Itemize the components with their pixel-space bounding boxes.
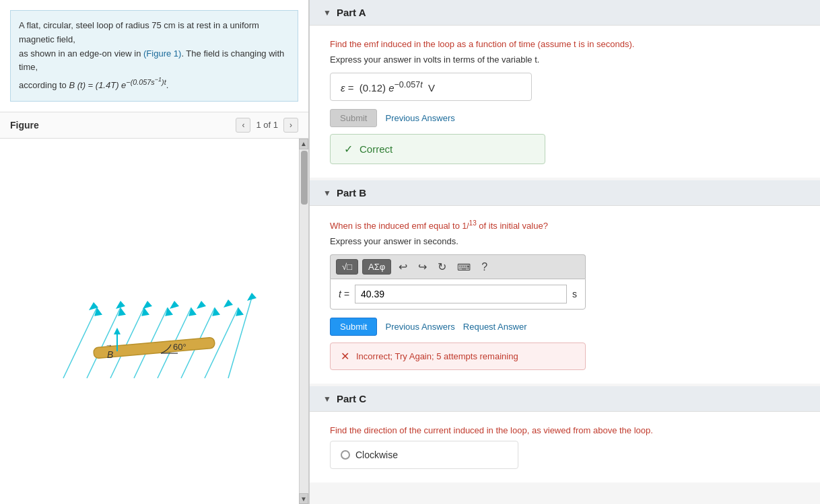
svg-marker-17 [170, 301, 179, 309]
incorrect-text: Incorrect; Try Again; 5 attempts remaini… [356, 351, 518, 361]
part-b-input[interactable] [355, 285, 567, 303]
figure-nav: ‹ 1 of 1 › [236, 118, 298, 133]
part-c-question: Find the direction of the current induce… [330, 425, 800, 435]
toolbar-keyboard-button[interactable]: ⌨ [454, 260, 474, 274]
problem-text-1: A flat, circular, steel loop of radius 7… [19, 20, 259, 44]
part-b-incorrect-banner: ✕ Incorrect; Try Again; 5 attempts remai… [330, 343, 586, 370]
problem-description: A flat, circular, steel loop of radius 7… [10, 10, 298, 102]
part-a-question: Find the emf induced in the loop as a fu… [330, 39, 800, 49]
figure-canvas: ▲ [0, 139, 308, 504]
correct-check-icon: ✓ [344, 143, 353, 155]
svg-text:B: B [107, 349, 113, 360]
part-b-section: ▼ Part B When is the induced emf equal t… [310, 180, 820, 384]
figure-header: Figure ‹ 1 of 1 › [0, 112, 308, 139]
part-a-answer-formula: ε = (0.12) e−0.057t V [341, 80, 435, 94]
part-b-toolbar: √□ ΑΣφ ↩ ↪ ↻ ⌨ ? [330, 254, 586, 279]
toolbar-greek-icon: ΑΣφ [368, 262, 385, 272]
part-c-clockwise-option[interactable]: Clockwise [330, 441, 518, 469]
right-panel: ▼ Part A Find the emf induced in the loo… [310, 0, 820, 504]
part-a-prev-answers-link[interactable]: Previous Answers [385, 113, 454, 123]
part-a-content: Find the emf induced in the loop as a fu… [310, 26, 820, 178]
toolbar-sqrt-button[interactable]: √□ [336, 259, 358, 275]
clockwise-label: Clockwise [355, 449, 398, 460]
part-b-content: When is the induced emf equal to 1/13 of… [310, 206, 820, 384]
part-b-prev-answers-link[interactable]: Previous Answers [385, 322, 454, 332]
part-b-express: Express your answer in seconds. [330, 236, 800, 246]
part-a-label: Part A [337, 7, 366, 18]
part-b-question: When is the induced emf equal to 1/13 of… [330, 219, 800, 231]
svg-marker-12 [187, 307, 197, 316]
left-panel: A flat, circular, steel loop of radius 7… [0, 0, 310, 504]
toolbar-greek-button[interactable]: ΑΣφ [362, 259, 391, 275]
part-b-label: Part B [337, 187, 366, 199]
problem-text-4: according to [19, 80, 69, 90]
svg-marker-13 [211, 307, 220, 316]
svg-marker-19 [224, 299, 233, 308]
figure-nav-next[interactable]: › [283, 118, 298, 133]
part-b-submit-row: Submit Previous Answers Request Answer [330, 318, 800, 336]
toolbar-refresh-button[interactable]: ↻ [434, 259, 450, 275]
part-a-section: ▼ Part A Find the emf induced in the loo… [310, 0, 820, 178]
scrollbar-track[interactable] [299, 149, 308, 493]
part-a-express: Express your answer in volts in terms of… [330, 55, 800, 65]
part-a-header: ▼ Part A [310, 0, 820, 26]
toolbar-help-button[interactable]: ? [478, 260, 491, 275]
problem-text-2: as shown in an edge-on view in [19, 48, 143, 59]
part-c-label: Part C [337, 393, 366, 404]
part-b-header: ▼ Part B [310, 180, 820, 206]
correct-text: Correct [360, 143, 392, 155]
part-a-submit-button[interactable]: Submit [330, 109, 377, 127]
part-b-collapse-icon[interactable]: ▼ [323, 188, 331, 198]
svg-line-7 [228, 297, 252, 378]
svg-text:→: → [105, 341, 112, 349]
part-b-submit-button[interactable]: Submit [330, 318, 377, 336]
svg-marker-16 [143, 301, 152, 309]
scrollbar-thumb[interactable] [301, 151, 308, 205]
figure-title: Figure [10, 120, 39, 131]
part-a-correct-banner: ✓ Correct [330, 134, 545, 164]
figure-link[interactable]: (Figure 1) [143, 48, 181, 59]
clockwise-radio[interactable] [341, 450, 350, 460]
part-b-fraction: 1/13 [463, 221, 477, 231]
part-c-collapse-icon[interactable]: ▼ [323, 394, 331, 404]
part-b-s-label: s [572, 289, 577, 299]
figure-page-label: 1 of 1 [256, 120, 278, 130]
part-b-input-row: t = s [330, 279, 586, 310]
part-c-section: ▼ Part C Find the direction of the curre… [310, 386, 820, 482]
svg-marker-25 [114, 328, 121, 334]
toolbar-sqrt-icon: √□ [342, 262, 352, 272]
incorrect-x-icon: ✕ [341, 350, 349, 363]
part-c-content: Find the direction of the current induce… [310, 412, 820, 482]
part-a-collapse-icon[interactable]: ▼ [323, 8, 331, 17]
physics-diagram: 60° → B [43, 254, 265, 388]
figure-nav-prev[interactable]: ‹ [236, 118, 250, 133]
part-b-t-label: t = [339, 289, 349, 299]
problem-formula: B (t) = (1.4T) e−(0.057s−1)t [69, 80, 166, 90]
part-c-header: ▼ Part C [310, 386, 820, 412]
figure-diagram: 60° → B [0, 139, 308, 504]
toolbar-undo-button[interactable]: ↩ [395, 259, 411, 275]
svg-text:60°: 60° [173, 342, 186, 352]
svg-marker-18 [197, 301, 206, 309]
svg-marker-20 [247, 293, 257, 301]
scroll-up-arrow[interactable]: ▲ [299, 139, 308, 149]
part-a-submit-row: Submit Previous Answers [330, 109, 800, 127]
part-b-request-answer-link[interactable]: Request Answer [463, 322, 527, 332]
toolbar-redo-button[interactable]: ↪ [415, 259, 430, 275]
part-a-answer-box: ε = (0.12) e−0.057t V [330, 73, 532, 101]
scroll-down-arrow[interactable]: ▼ [299, 493, 308, 504]
svg-marker-14 [234, 307, 244, 316]
